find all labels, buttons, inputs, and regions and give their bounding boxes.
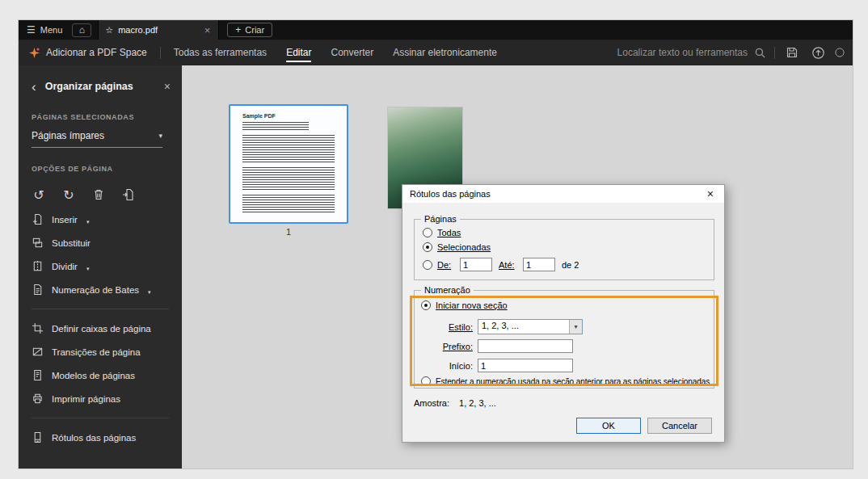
menu-button[interactable]: ☰ Menu [19,20,70,40]
dialog-titlebar[interactable]: Rótulos das páginas × [402,185,724,203]
tab-bar: ☰ Menu ⌂ ☆ macro.pdf × + Criar [19,20,853,40]
sidebar-item-label: Modelos de páginas [52,371,135,380]
create-button[interactable]: + Criar [227,23,272,37]
radio-new-section-label: Iniciar nova seção [436,300,508,310]
pages-group: Páginas Todas Selecionadas De: Até: de 2 [414,219,714,280]
save-button[interactable] [783,44,801,61]
style-combobox[interactable]: 1, 2, 3, ... ▾ [478,319,583,334]
add-to-pdf-space-button[interactable]: Adicionar a PDF Space [28,47,147,59]
sidebar-item-label: Substituir [52,238,91,248]
numbering-group: Numeração Iniciar nova seção Estilo: 1, … [414,290,714,389]
prefix-input[interactable] [478,339,573,353]
radio-page-range[interactable]: De: [423,260,451,270]
sidebar-item-rotulos[interactable]: Rótulos das páginas [19,426,182,449]
to-label: Até: [499,260,515,270]
radio-from-label: De: [437,260,451,270]
cancel-button[interactable]: Cancelar [647,418,712,434]
style-combobox-value: 1, 2, 3, ... [478,320,569,334]
start-input[interactable] [478,359,573,372]
sidebar-item-label: Dividir [52,262,78,271]
page-labels-dialog: Rótulos das páginas × Páginas Todas Sele… [402,184,725,443]
sidebar-close-icon[interactable]: × [164,80,171,93]
ok-button[interactable]: OK [576,418,641,434]
hamburger-icon: ☰ [27,24,36,36]
sidebar-item-dividir[interactable]: Dividir ▾ [19,254,182,278]
delete-page-button[interactable] [89,185,108,204]
caret-down-icon: ▾ [86,219,90,225]
toolbar-left: Adicionar a PDF Space Todas as ferrament… [28,40,497,65]
prefix-label: Prefixo: [421,342,473,351]
sidebar-item-numeracao-de-bates[interactable]: Numeração de Bates ▾ [19,278,182,301]
page-templates-icon [32,369,44,381]
sidebar-item-label: Inserir [52,215,78,225]
chevron-down-icon: ▾ [158,132,162,140]
app-window: ☰ Menu ⌂ ☆ macro.pdf × + Criar [19,20,853,468]
tab-close-icon[interactable]: × [203,24,213,36]
home-icon: ⌂ [79,24,85,36]
toolbar-separator [160,47,161,59]
radio-selected-pages[interactable]: Selecionadas [423,242,491,252]
sidebar-item-definir-caixas[interactable]: Definir caixas de página [19,317,182,340]
search-icon [754,47,766,59]
sidebar-item-inserir[interactable]: Inserir ▾ [19,208,182,231]
tab-title: macro.pdf [118,25,158,35]
document-tab[interactable]: ☆ macro.pdf × [98,20,219,40]
start-label: Início: [421,361,473,371]
home-button[interactable]: ⌂ [72,23,91,37]
from-page-input[interactable] [460,258,492,271]
page-transitions-icon [32,346,44,358]
nav-all-tools[interactable]: Todas as ferramentas [174,40,267,65]
radio-new-section[interactable]: Iniciar nova seção [421,300,508,310]
selected-pages-heading: PÁGINAS SELECIONADAS [19,113,182,121]
sample-label: Amostra: [414,398,449,408]
thumb-text-lines [242,167,335,190]
pages-group-label: Páginas [421,214,460,224]
upload-circle-icon [811,46,825,60]
nav-edit[interactable]: Editar [286,40,311,65]
sidebar-item-imprimir[interactable]: Imprimir páginas [19,387,182,410]
profile-button[interactable] [835,44,845,61]
plus-icon: + [235,24,241,36]
toolbar-right: Localizar texto ou ferramentas [617,44,845,61]
extract-page-icon [122,188,135,201]
nav-esign[interactable]: Assinar eletronicamente [393,40,497,65]
thumb-text-lines [242,122,309,130]
radio-selected-label: Selecionadas [437,242,491,252]
dialog-close-icon[interactable]: × [704,187,717,200]
nav-convert[interactable]: Converter [331,40,373,65]
page-thumbnail-1[interactable]: Sample PDF [229,104,348,224]
sidebar-item-modelos[interactable]: Modelos de páginas [19,363,182,387]
sidebar-item-label: Imprimir páginas [52,394,120,404]
sparkle-icon [28,47,40,59]
radio-all-pages[interactable]: Todas [423,228,461,237]
sidebar-item-label: Definir caixas de página [52,324,151,334]
numbering-group-label: Numeração [421,285,474,295]
sidebar-item-label: Transições de página [52,347,141,357]
back-chevron-icon[interactable]: ‹ [32,80,36,94]
radio-icon-checked [423,242,432,252]
rotate-right-button[interactable]: ↻ [59,185,78,204]
page-count-label: de 2 [562,260,579,270]
search-box[interactable]: Localizar texto ou ferramentas [617,47,766,59]
sidebar-divider [32,309,169,309]
share-upload-button[interactable] [809,44,827,61]
extract-page-button[interactable] [119,185,138,204]
rotate-right-icon: ↻ [63,187,74,203]
to-page-input[interactable] [523,258,555,271]
radio-icon-checked [421,300,431,310]
avatar-icon [835,46,845,59]
radio-extend-label: Estender a numeração usada na seção ante… [436,377,710,386]
page-options-heading: OPÇÕES DE PÁGINA [19,165,182,173]
sidebar-item-transicoes[interactable]: Transições de página [19,340,182,363]
sidebar-item-substituir[interactable]: Substituir [19,231,182,254]
rotate-left-button[interactable]: ↺ [29,185,48,204]
style-label: Estilo: [421,322,473,332]
replace-pages-icon [32,237,44,249]
main-toolbar: Adicionar a PDF Space Todas as ferrament… [19,40,853,65]
pages-filter-dropdown[interactable]: Páginas ímpares ▾ [32,130,162,148]
combobox-arrow-icon[interactable]: ▾ [569,320,582,334]
split-page-icon [32,260,44,272]
radio-extend-numbering[interactable]: Estender a numeração usada na seção ante… [421,376,710,386]
pages-filter-value: Páginas ímpares [32,130,104,141]
thumb-doc-title: Sample PDF [242,113,335,119]
